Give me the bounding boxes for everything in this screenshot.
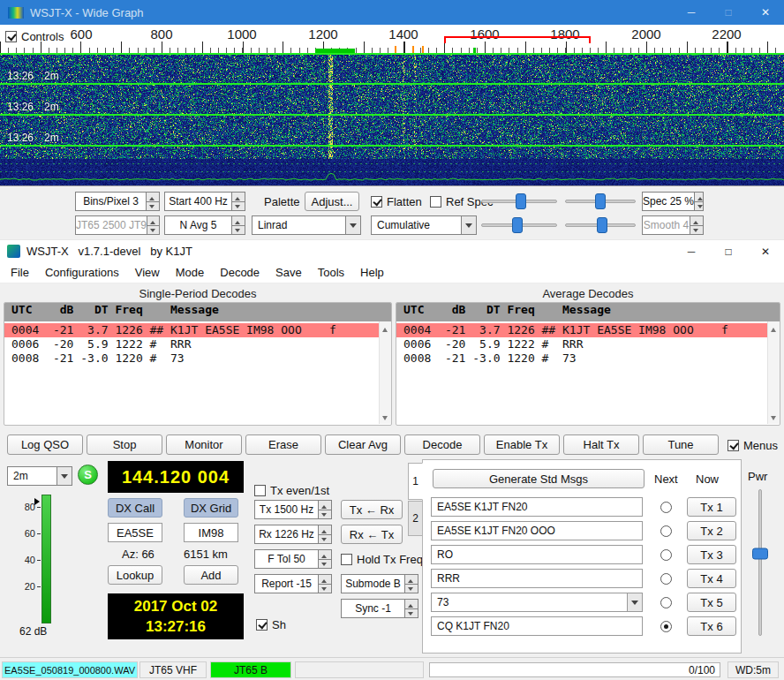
tx5-message-combobox[interactable]: 73 — [431, 593, 643, 612]
tx4-next-radio[interactable] — [660, 573, 672, 585]
tab-1[interactable]: 1 — [408, 463, 423, 500]
spin-up-icon[interactable] — [405, 575, 418, 584]
spin-down-icon[interactable] — [405, 608, 418, 618]
spin-down-icon[interactable] — [319, 510, 331, 519]
spinner-buttons[interactable] — [318, 525, 331, 543]
main-titlebar[interactable]: WSJT-X v1.7.1-devel by K1JT ─ □ ✕ — [0, 240, 784, 262]
decode-list[interactable]: 0004 -21 3.7 1226 ## K1JT EA5SE IM98 OOO… — [4, 321, 391, 424]
spinner-buttons[interactable] — [690, 216, 703, 234]
dx-grid-input[interactable]: IM98 — [184, 523, 238, 542]
slider-handle[interactable] — [752, 548, 768, 560]
tx4-now-button[interactable]: Tx 4 — [687, 569, 736, 588]
spin-up-icon[interactable] — [147, 193, 159, 201]
spin-down-icon[interactable] — [690, 225, 703, 235]
spin-up-icon[interactable] — [695, 193, 703, 201]
spinner-buttons[interactable] — [318, 501, 331, 518]
minimize-icon[interactable]: ─ — [673, 0, 710, 25]
spinner-buttons[interactable] — [318, 575, 331, 593]
tx2-message-input[interactable]: EA5SE K1JT FN20 OOO — [431, 521, 643, 540]
log-qso-button[interactable]: Log QSO — [7, 434, 83, 455]
tx2-now-button[interactable]: Tx 2 — [687, 521, 736, 540]
rx-freq-spinbox[interactable]: Rx 1226 Hz — [254, 525, 332, 544]
spin-up-icon[interactable] — [319, 525, 331, 534]
spectrum-gain-slider[interactable] — [481, 216, 557, 234]
spectrum-zero-slider[interactable] — [565, 216, 636, 234]
close-icon[interactable]: ✕ — [747, 0, 784, 25]
decode-row[interactable]: 0006 -20 5.9 1222 # RRR — [4, 337, 379, 351]
spin-up-icon[interactable] — [319, 501, 331, 510]
spin-up-icon[interactable] — [405, 600, 418, 608]
sh-checkbox[interactable]: Sh — [256, 618, 286, 631]
spec-percent-spinbox[interactable]: Spec 25 % — [642, 192, 704, 211]
spin-up-icon[interactable] — [232, 216, 245, 225]
bins-pixel-spinbox[interactable]: Bins/Pixel 3 — [75, 192, 160, 211]
dx-call-button[interactable]: DX Call — [108, 498, 162, 518]
tx6-next-radio[interactable] — [660, 621, 672, 632]
spin-down-icon[interactable] — [147, 201, 159, 211]
slider-handle[interactable] — [512, 217, 523, 233]
decode-list[interactable]: 0004 -21 3.7 1226 ## K1JT EA5SE IM98 OOO… — [396, 321, 780, 424]
halt-tx-button[interactable]: Halt Tx — [563, 434, 639, 455]
spinner-buttons[interactable] — [318, 550, 331, 568]
tx5-now-button[interactable]: Tx 5 — [687, 593, 736, 612]
menu-mode[interactable]: Mode — [168, 262, 213, 283]
lookup-button[interactable]: Lookup — [108, 565, 162, 585]
menu-save[interactable]: Save — [268, 262, 310, 283]
tab-2[interactable]: 2 — [408, 501, 423, 536]
spinner-buttons[interactable] — [404, 575, 418, 593]
adjust-button[interactable]: Adjust... — [305, 192, 359, 211]
menus-checkbox[interactable]: Menus — [727, 439, 778, 452]
tx1-now-button[interactable]: Tx 1 — [687, 497, 736, 517]
spinner-buttons[interactable] — [231, 216, 245, 234]
flatten-checkbox[interactable]: Flatten — [371, 195, 422, 208]
scroll-down-icon[interactable] — [380, 412, 391, 424]
spin-up-icon[interactable] — [690, 216, 703, 225]
spinner-buttons[interactable] — [146, 193, 159, 210]
tx6-message-input[interactable]: CQ K1JT FN20 — [431, 616, 643, 636]
n-avg-spinbox[interactable]: N Avg 5 — [164, 215, 245, 235]
spin-down-icon[interactable] — [232, 201, 245, 211]
enable-tx-button[interactable]: Enable Tx — [484, 434, 560, 455]
rx-from-tx-button[interactable]: Rx ← Tx — [341, 525, 403, 544]
menu-file[interactable]: File — [3, 262, 37, 283]
tune-button[interactable]: Tune — [643, 434, 719, 455]
start-freq-spinbox[interactable]: Start 400 Hz — [164, 192, 245, 211]
tx5-next-radio[interactable] — [660, 597, 672, 608]
close-icon[interactable]: ✕ — [747, 240, 784, 262]
slider-handle[interactable] — [597, 217, 607, 233]
tx-even-checkbox[interactable]: Tx even/1st — [254, 484, 329, 497]
menu-help[interactable]: Help — [352, 262, 392, 283]
tx2-next-radio[interactable] — [660, 525, 672, 537]
spin-down-icon[interactable] — [319, 559, 331, 569]
decode-button[interactable]: Decode — [404, 434, 480, 455]
slider-handle[interactable] — [516, 193, 526, 209]
sync-spinbox[interactable]: Sync -1 — [341, 599, 418, 618]
slider-handle[interactable] — [595, 193, 606, 209]
add-button[interactable]: Add — [184, 565, 238, 585]
scrollbar[interactable] — [379, 321, 391, 424]
scroll-down-icon[interactable] — [768, 412, 780, 424]
decode-row[interactable]: 0004 -21 3.7 1226 ## K1JT EA5SE IM98 OOO… — [396, 323, 767, 337]
palette-combobox[interactable]: Linrad — [252, 215, 361, 235]
erase-button[interactable]: Erase — [245, 434, 321, 455]
decode-row[interactable]: 0008 -21 -3.0 1220 # 73 — [4, 351, 379, 366]
spin-down-icon[interactable] — [319, 534, 331, 544]
generate-std-msgs-button[interactable]: Generate Std Msgs — [433, 469, 645, 488]
spin-down-icon[interactable] — [405, 584, 418, 593]
hold-tx-freq-checkbox[interactable]: Hold Tx Freq — [341, 553, 423, 566]
spinner-buttons[interactable] — [231, 193, 245, 210]
submode-spinbox[interactable]: Submode B — [341, 574, 418, 593]
tx6-now-button[interactable]: Tx 6 — [687, 616, 736, 636]
jt65-jt9-split-spinbox[interactable]: JT65 2500 JT9 — [75, 215, 160, 235]
report-spinbox[interactable]: Report -15 — [254, 574, 332, 593]
scrollbar[interactable] — [767, 321, 780, 424]
dx-grid-button[interactable]: DX Grid — [184, 498, 238, 518]
menu-decode[interactable]: Decode — [212, 262, 268, 283]
tx3-now-button[interactable]: Tx 3 — [687, 545, 736, 564]
dx-call-input[interactable]: EA5SE — [108, 523, 162, 542]
tx3-next-radio[interactable] — [660, 549, 672, 561]
spectrum-mode-combobox[interactable]: Cumulative — [371, 215, 477, 235]
tx-from-rx-button[interactable]: Tx ← Rx — [341, 500, 403, 519]
monitor-button[interactable]: Monitor — [166, 434, 242, 455]
menu-tools[interactable]: Tools — [310, 262, 352, 283]
